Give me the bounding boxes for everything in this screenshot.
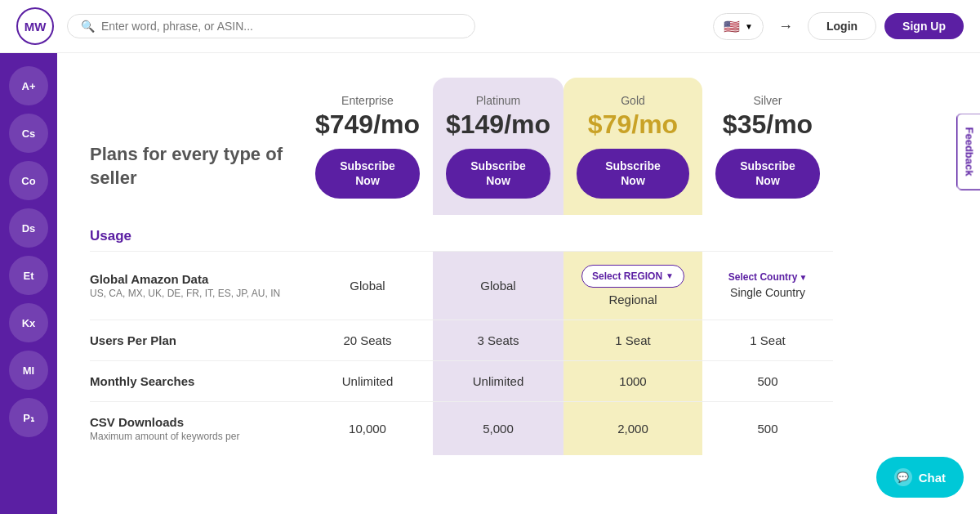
- platinum-monthly-searches: Unlimited: [433, 361, 564, 401]
- flag-icon: 🇺🇸: [724, 19, 740, 34]
- search-bar[interactable]: 🔍: [67, 14, 475, 38]
- sidebar-item-kx[interactable]: Kx: [9, 303, 48, 342]
- select-region-button[interactable]: Select REGION ▼: [581, 265, 684, 288]
- gold-subscribe-button[interactable]: Subscribe Now: [577, 149, 689, 198]
- search-icon: 🔍: [81, 20, 95, 33]
- chevron-down-icon: ▼: [745, 22, 753, 31]
- plan-header-gold: Gold $79/mo Subscribe Now: [564, 78, 702, 215]
- main-content: Plans for every type of seller Enterpris…: [57, 53, 980, 514]
- platinum-price: $149/mo: [446, 110, 550, 139]
- signup-button[interactable]: Sign Up: [884, 13, 964, 39]
- pricing-grid: Plans for every type of seller Enterpris…: [90, 78, 947, 455]
- enterprise-users-per-plan: 20 Seats: [302, 320, 433, 360]
- enterprise-price: $749/mo: [315, 110, 420, 139]
- silver-global-amazon-data: Select Country ▼ Single Country: [702, 252, 833, 320]
- silver-users-per-plan: 1 Seat: [702, 320, 833, 360]
- silver-monthly-searches: 500: [702, 361, 833, 401]
- usage-section-label-row: Usage: [90, 215, 833, 251]
- search-input[interactable]: [101, 20, 461, 33]
- login-button[interactable]: Login: [808, 12, 876, 40]
- global-amazon-data-label-cell: Global Amazon Data US, CA, MX, UK, DE, F…: [90, 252, 302, 320]
- sidebar-item-cs[interactable]: Cs: [9, 114, 48, 153]
- sidebar-item-co[interactable]: Co: [9, 161, 48, 200]
- gold-price: $79/mo: [588, 110, 678, 139]
- platinum-global-amazon-data: Global: [433, 252, 564, 320]
- enterprise-global-amazon-data: Global: [302, 252, 433, 320]
- plan-header-enterprise: Enterprise $749/mo Subscribe Now: [302, 78, 433, 215]
- chevron-down-icon: ▼: [666, 271, 674, 280]
- monthly-searches-label: Monthly Searches: [90, 374, 302, 388]
- pricing-headline: Plans for every type of seller: [90, 143, 302, 198]
- sidebar-item-ds[interactable]: Ds: [9, 208, 48, 248]
- users-per-plan-label-cell: Users Per Plan: [90, 320, 302, 360]
- arrow-button[interactable]: →: [772, 15, 800, 38]
- platinum-tier: Platinum: [476, 94, 520, 107]
- chevron-down-icon: ▼: [799, 273, 807, 282]
- silver-price: $35/mo: [723, 110, 813, 139]
- plan-header-silver: Silver $35/mo Subscribe Now: [702, 78, 833, 215]
- sidebar-item-a-plus[interactable]: A+: [9, 66, 48, 105]
- sidebar-item-p1[interactable]: P₁: [9, 398, 48, 437]
- usage-section-label: Usage: [90, 228, 131, 244]
- enterprise-tier: Enterprise: [341, 94, 394, 107]
- silver-tier: Silver: [753, 94, 782, 107]
- header-right: 🇺🇸 ▼ → Login Sign Up: [713, 12, 964, 40]
- sidebar: A+ Cs Co Ds Et Kx MI P₁: [0, 53, 57, 514]
- gold-users-per-plan: 1 Seat: [564, 320, 702, 360]
- gold-csv-downloads: 2,000: [564, 402, 702, 455]
- global-amazon-data-sublabel: US, CA, MX, UK, DE, FR, IT, ES, JP, AU, …: [90, 288, 302, 299]
- platinum-subscribe-button[interactable]: Subscribe Now: [446, 149, 550, 198]
- header: MW 🔍 🇺🇸 ▼ → Login Sign Up: [0, 0, 980, 53]
- gold-monthly-searches: 1000: [564, 361, 702, 401]
- enterprise-subscribe-button[interactable]: Subscribe Now: [315, 149, 420, 198]
- silver-subscribe-button[interactable]: Subscribe Now: [715, 149, 820, 198]
- plan-header-platinum: Platinum $149/mo Subscribe Now: [433, 78, 564, 215]
- gold-tier: Gold: [621, 94, 645, 107]
- sidebar-item-et[interactable]: Et: [9, 256, 48, 295]
- select-country-button[interactable]: Select Country ▼: [728, 271, 808, 283]
- enterprise-csv-downloads: 10,000: [302, 402, 433, 455]
- logo: MW: [16, 7, 54, 45]
- gold-global-amazon-data: Select REGION ▼ Regional: [564, 252, 702, 320]
- csv-downloads-label-cell: CSV Downloads Maximum amount of keywords…: [90, 402, 302, 455]
- monthly-searches-label-cell: Monthly Searches: [90, 361, 302, 401]
- sidebar-item-mi[interactable]: MI: [9, 351, 48, 390]
- silver-csv-downloads: 500: [702, 402, 833, 455]
- platinum-csv-downloads: 5,000: [433, 402, 564, 455]
- pricing-headline-cell: Plans for every type of seller: [90, 78, 302, 215]
- global-amazon-data-label: Global Amazon Data: [90, 272, 302, 286]
- enterprise-monthly-searches: Unlimited: [302, 361, 433, 401]
- users-per-plan-label: Users Per Plan: [90, 333, 302, 347]
- flag-selector[interactable]: 🇺🇸 ▼: [713, 13, 764, 40]
- csv-downloads-sublabel: Maximum amount of keywords per: [90, 431, 302, 442]
- feedback-tab[interactable]: Feedback: [957, 114, 980, 190]
- csv-downloads-label: CSV Downloads: [90, 415, 302, 429]
- chat-icon: 💬: [894, 468, 912, 486]
- chat-button[interactable]: 💬 Chat: [876, 457, 964, 498]
- platinum-users-per-plan: 3 Seats: [433, 320, 564, 360]
